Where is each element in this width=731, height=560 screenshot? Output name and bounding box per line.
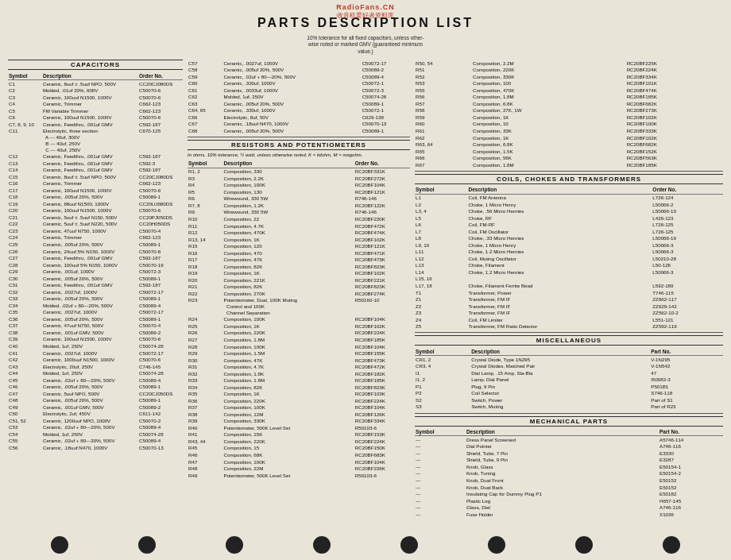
table-row: —Knob, GlassE50154-1 [415, 464, 723, 471]
table-row: C68Ceramic, .005uf 20%, 500VC50089-1 [188, 128, 410, 135]
table-row: R6Wirewound, 330 5WR746-146 [188, 195, 410, 203]
table-row: C6Ceramic, 100uuf N1500, 1000VC50070-6 [8, 114, 183, 122]
capacitors-cont-table: C57Ceramic, .0027uf, 1000VC50072-17 C58C… [188, 60, 410, 134]
table-row: C19Ceramic, 68uuf N1500, 1000VCC20UJ680D… [8, 200, 183, 207]
bottom-dot-8 [663, 536, 680, 554]
table-row: —Shield, Tube, 7 PinE3330 [415, 450, 723, 457]
table-row: R60Composition, 10RC20BF100K [415, 121, 723, 128]
gmv-note: 10% tolerance for all fixed capacitors, … [8, 35, 723, 55]
table-row: R19Composition, 1KRC20BF102K [188, 270, 410, 277]
table-row: R59Composition, 1KRC20BF102K [415, 114, 723, 122]
table-row: C12Ceramic, Feedthru, .001uf GMVC592-187 [8, 153, 183, 160]
res-header-order: Order No. [354, 160, 410, 168]
main-content: CAPACITORS Symbol Description Order No. … [8, 60, 723, 517]
table-row: Z2Transformer, FM IFZZ629-142 [415, 303, 723, 310]
table-row: C42Ceramic, 1000uuf N1500, 1000VC50070-6 [8, 357, 183, 364]
table-row: —Knob, TuningE50154-2 [415, 470, 723, 477]
table-row: C57Ceramic, .0027uf, 1000VC50072-17 [188, 60, 410, 67]
table-row: R30Composition, 47KRC20BF473K [188, 357, 410, 364]
table-row: R50, 54Composition, 2.2MRC20BF225K [415, 60, 723, 67]
table-row: —Shield, Tube, 9 PinE3287 [415, 457, 723, 464]
table-row: R36Composition, 220KRC20BF224K [188, 397, 410, 404]
bottom-dot-5 [400, 536, 418, 554]
table-row: R46Composition, 68KRC20BF683K [188, 452, 410, 459]
table-row: R18Composition, 82KRC20BF823K [188, 263, 410, 270]
table-row: C23Ceramic, 47uuf N750, 1000VC50070-4 [8, 228, 183, 235]
table-row: —Fuse HolderX1036 [415, 511, 723, 518]
table-row: —Plastic LegH657-145 [415, 497, 723, 504]
table-row: C22Ceramic, 5uuf ± .5uuf N220, 500VCC20H… [8, 221, 183, 228]
table-row: C53Ceramic, .02uf + 80—20%, 500VC50089-4 [8, 424, 183, 431]
table-row: S3Switch, MutingPart of R23 [415, 404, 723, 411]
table-row: C20Ceramic, 100uuf N1500, 1000VC50070-6 [8, 207, 183, 214]
table-row: R37Composition, 100KRC20BF104K [188, 404, 410, 411]
ohms-note: In ohms, 10% tolerance, ½ watt, unless o… [188, 153, 410, 159]
table-row: C4Ceramic, TrimmerC662-123 [8, 101, 183, 108]
table-row: —Knob, Dual FrontE50152 [415, 477, 723, 485]
table-row: L5Choke, RFL426-123 [415, 214, 723, 222]
bottom-dot-3 [226, 536, 243, 554]
capacitors-table: Symbol Description Order No. C1Ceramic, … [8, 72, 183, 451]
capacitors-section-title: CAPACITORS [8, 60, 183, 70]
table-row: R34Composition, 82KRC20BF823K [188, 384, 410, 391]
table-row: R51Composition, 220KRC20BF224K [415, 67, 723, 74]
table-row: C14Ceramic, Feedthru, .001uf GMVC592-187 [8, 167, 183, 174]
table-row: R10Composition, 22RC20BF220K [188, 216, 410, 223]
table-row: L17, 18Choke, Filament Ferrite BeadL592-… [415, 283, 723, 290]
table-row: C50Electrolytic, 2uf, 450VC611-142 [8, 411, 183, 418]
table-row: C2Molded, .01uf 20%, 600VC50070-6 [8, 87, 183, 95]
table-row: R62Composition, 1KRC20BF102K [415, 134, 723, 141]
page: RadioFans.CN 收音机爱好者资料库 PARTS DESCRIPTION… [0, 0, 731, 560]
table-row: C31Ceramic, Feedthru, .001uf GMVC592-187 [8, 282, 183, 289]
table-row: R23Potentiometer, Dual, 100K Muting Cont… [188, 297, 410, 316]
table-row: C41Ceramic, .0027uf, 1000VC50072-17 [8, 350, 183, 357]
bottom-dot-6 [488, 536, 505, 554]
table-row: C67Ceramic, .18uuf N470, 1000VC50070-13 [188, 121, 410, 128]
table-row: R31Composition, 4.7KRC20BF472K [188, 364, 410, 371]
table-row: R26Composition, 220KRC20BF224K [188, 330, 410, 337]
table-row: C25Ceramic, .005uf 20%, 500VC50089-1 [8, 241, 183, 249]
table-row: P2Coil SelectorS746-118 [415, 390, 723, 397]
table-row: C21Ceramic, 5uuf ± .5uuf N150, 500VCC20P… [8, 214, 183, 222]
table-row: L13Choke, FilamentL50-126 [415, 262, 723, 269]
table-row: C17Ceramic, 100uuf N1500, 1000VC50070-6 [8, 187, 183, 194]
table-row: P1Plug, 9 PinP501B1 [415, 383, 723, 390]
table-row: R3Composition, 2.2KRC20BF272K [188, 175, 410, 182]
table-row: R7, 8Composition, 1.2KRC20BF122K [188, 203, 410, 210]
table-row: R40Potentiometer, 500K Level SetR50103-6 [188, 424, 410, 431]
table-row: C24Ceramic, TrimmerC662-123 [8, 234, 183, 241]
table-row: R58Composition, 27K, 1WRC20BF273K [415, 107, 723, 114]
table-row: CR1, 2Crystal Diode, Type 1N295V-1N295 [415, 356, 723, 363]
table-row: R49Potentiometer, 500K Level SetR50103-6 [188, 472, 410, 479]
table-row: Z5Transformer, FM Ratio DetectorZZ592-11… [415, 323, 723, 330]
table-row: C26Ceramic, 24uuf 5% N150, 1000VC50070-8 [8, 248, 183, 255]
table-row: R32Composition, 1.8KRC20BF182K [188, 370, 410, 377]
table-row: —Dress Panel ScreenedA5746-114 [415, 436, 723, 443]
table-row: R22Composition, 270KRC20BF274K [188, 290, 410, 297]
bottom-dots-row [0, 536, 731, 554]
table-row: R41Composition, 15KRC20BF153K [188, 431, 410, 438]
table-row: C56Ceramic, .18uuf N470, 1000VC50070-13 [8, 445, 183, 452]
table-row: R55Composition, 470KRC20BF474K [415, 87, 723, 94]
table-row: C58Ceramic, .005uf 20%, 500VC50089-2 [188, 67, 410, 74]
table-row: I1, 2Lamp, Dial PanelI50082-3 [415, 377, 723, 384]
cap-header-desc: Description [42, 72, 138, 79]
table-row: R17Composition, 47KRC20BF473K [188, 257, 410, 264]
table-row: R27Composition, 1.8MRC20BF185K [188, 337, 410, 344]
table-row: C62Molded, 1uf, 250VC50074-28 [188, 94, 410, 101]
table-row: C51, 52Ceramic, 1200uuf NPO, 1000VC50070… [8, 417, 183, 424]
table-row: R45Composition, 15RC20BF150K [188, 445, 410, 452]
table-row: R9Wirewound, 330 5WR746-146 [188, 209, 410, 216]
table-row: Z1Transformer, FM IFZZ662-117 [415, 296, 723, 303]
misc-table: Symbol Description Part No. CR1, 2Crysta… [415, 348, 723, 410]
table-row: R4Composition, 100KRC20BF104K [188, 182, 410, 189]
middle-column: C57Ceramic, .0027uf, 1000VC50072-17 C58C… [188, 60, 410, 517]
table-row: C55Ceramic, .02uf + 80—20%, 500VC50089-4 [8, 438, 183, 445]
table-row: C45Ceramic, .02uf + 80—20%, 500VC50089-4 [8, 377, 183, 384]
resistors-cont-table: R50, 54Composition, 2.2MRC20BF225K R51Co… [415, 60, 723, 168]
cap-header-order: Order No. [138, 72, 183, 79]
table-row: C35Ceramic, .0027uf, 1000VC50072-17 [8, 309, 183, 316]
table-row: C44Molded, 1uf, 250VC50074-28 [8, 370, 183, 377]
table-row: C18Ceramic, .005uf 20%, 500VC50089-1 [8, 194, 183, 201]
table-row: C59Ceramic, .02uf + 80—20%, 500VC50089-4 [188, 73, 410, 80]
